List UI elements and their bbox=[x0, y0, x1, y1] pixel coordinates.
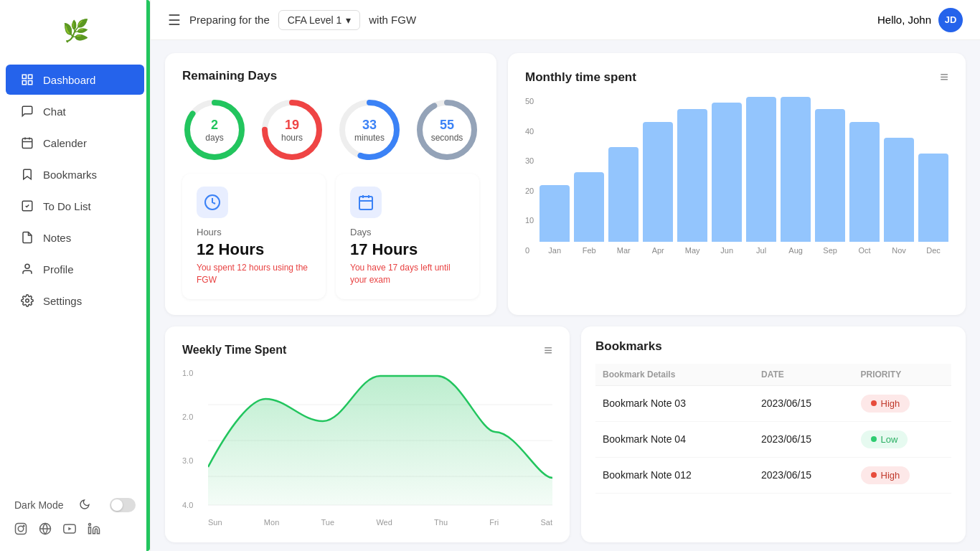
sidebar-nav: Dashboard Chat Calender Bookmarks bbox=[0, 56, 150, 491]
topbar-suffix: with FGW bbox=[369, 14, 416, 26]
exam-selector[interactable]: CFA Level 1 ▾ bbox=[278, 10, 361, 30]
weekly-chart-card: Weekly Time Spent ≡ 4.0 3.0 2.0 1.0 bbox=[165, 326, 570, 542]
bookmark-name: Bookmark Note 03 bbox=[595, 385, 754, 421]
bar-group: Aug bbox=[781, 97, 811, 255]
svg-point-14 bbox=[23, 525, 24, 527]
priority-dot bbox=[871, 436, 877, 442]
sidebar-bottom: Dark Mode bbox=[0, 491, 150, 551]
col-bookmark-details: Bookmark Details bbox=[595, 364, 754, 386]
topbar-prefix: Preparing for the bbox=[189, 14, 270, 26]
bar-xlabel: Oct bbox=[859, 246, 871, 255]
logo: 🌿 bbox=[0, 0, 150, 56]
monthly-chart-title: Monthly time spent bbox=[525, 70, 636, 85]
hours-stat-value: 12 Hours bbox=[197, 240, 311, 259]
bar-group: Dec bbox=[918, 97, 948, 255]
circle-wrap: 19 hours bbox=[260, 98, 324, 162]
table-row: Bookmark Note 0122023/06/15High bbox=[595, 457, 951, 493]
priority-badge: Low bbox=[861, 430, 908, 448]
chart-menu-icon[interactable]: ≡ bbox=[940, 69, 948, 85]
svg-point-10 bbox=[25, 264, 29, 268]
sidebar-item-todo[interactable]: To Do List bbox=[6, 191, 144, 221]
bottom-row: Weekly Time Spent ≡ 4.0 3.0 2.0 1.0 bbox=[165, 326, 966, 542]
bar bbox=[643, 122, 673, 242]
svg-rect-18 bbox=[89, 527, 91, 534]
dark-mode-toggle[interactable] bbox=[110, 498, 136, 512]
bar-group: May bbox=[677, 97, 707, 255]
bar-group: Feb bbox=[574, 97, 604, 255]
stat-card-hours: Hours 12 Hours You spent 12 hours using … bbox=[182, 174, 326, 299]
topbar-left: ☰ Preparing for the CFA Level 1 ▾ with F… bbox=[168, 10, 416, 30]
svg-marker-17 bbox=[68, 527, 71, 531]
sidebar-item-settings[interactable]: Settings bbox=[6, 286, 144, 316]
bar bbox=[849, 122, 880, 242]
bookmark-date: 2023/06/15 bbox=[754, 421, 854, 457]
sidebar-item-label: Settings bbox=[43, 295, 82, 307]
svg-point-19 bbox=[89, 524, 91, 526]
bar-xlabel: Sep bbox=[823, 246, 837, 255]
svg-rect-12 bbox=[16, 524, 27, 534]
moon-icon bbox=[79, 499, 90, 512]
svg-rect-4 bbox=[29, 81, 32, 85]
top-row: Remaining Days 2 days bbox=[165, 53, 966, 315]
topbar-right: Hello, John JD bbox=[877, 8, 963, 32]
dark-mode-label: Dark Mode bbox=[14, 499, 63, 511]
bookmark-priority: Low bbox=[854, 421, 951, 457]
hours-value: 19 bbox=[281, 118, 303, 133]
bar-group: Nov bbox=[884, 97, 914, 255]
monthly-chart-card: Monthly time spent ≡ 0 10 20 30 40 50 Ja… bbox=[508, 53, 966, 315]
bar-xlabel: May bbox=[685, 246, 700, 255]
bookmark-table: Bookmark Details DATE PRIORITY Bookmark … bbox=[595, 364, 951, 494]
sidebar-item-bookmarks[interactable]: Bookmarks bbox=[6, 159, 144, 189]
bar bbox=[918, 154, 948, 242]
chart-header: Monthly time spent ≡ bbox=[525, 69, 948, 85]
sidebar-item-profile[interactable]: Profile bbox=[6, 254, 144, 284]
linkedin-icon[interactable] bbox=[88, 522, 102, 537]
weekly-chart-menu-icon[interactable]: ≡ bbox=[544, 342, 552, 359]
instagram-icon[interactable] bbox=[14, 522, 29, 537]
bar-xlabel: Jul bbox=[756, 246, 766, 255]
days-stat-label: Days bbox=[350, 227, 465, 237]
svg-rect-3 bbox=[22, 81, 26, 85]
bookmarks-title: Bookmarks bbox=[595, 339, 951, 354]
menu-icon[interactable]: ☰ bbox=[168, 11, 181, 29]
days-label: days bbox=[205, 133, 223, 143]
bar bbox=[781, 97, 811, 242]
hours-stat-label: Hours bbox=[197, 227, 311, 237]
table-row: Bookmark Note 032023/06/15High bbox=[595, 385, 951, 421]
greeting-text: Hello, John bbox=[877, 14, 931, 26]
bookmark-rows: Bookmark Note 032023/06/15HighBookmark N… bbox=[595, 385, 951, 493]
seconds-value: 55 bbox=[431, 118, 463, 133]
globe-icon[interactable] bbox=[39, 522, 53, 537]
bookmark-name: Bookmark Note 04 bbox=[595, 421, 754, 457]
sidebar-item-dashboard[interactable]: Dashboard bbox=[6, 65, 144, 95]
sidebar-item-calendar[interactable]: Calender bbox=[6, 128, 144, 158]
bookmark-priority: High bbox=[854, 385, 951, 421]
remaining-days-card: Remaining Days 2 days bbox=[165, 53, 496, 315]
sidebar-item-label: Calender bbox=[43, 137, 87, 149]
col-date: DATE bbox=[754, 364, 854, 386]
table-row: Bookmark Note 042023/06/15Low bbox=[595, 421, 951, 457]
priority-badge: High bbox=[861, 395, 910, 413]
remaining-days-title: Remaining Days bbox=[182, 69, 479, 83]
svg-rect-5 bbox=[22, 138, 32, 149]
hours-stat-sub: You spent 12 hours using the FGW bbox=[197, 262, 311, 286]
priority-badge: High bbox=[861, 466, 910, 484]
days-stat-sub: You have 17 days left until your exam bbox=[350, 262, 465, 286]
bar-group: Jan bbox=[540, 97, 570, 255]
bar-xlabel: Nov bbox=[892, 246, 906, 255]
bar bbox=[677, 109, 707, 242]
bar-xlabel: Aug bbox=[788, 246, 803, 255]
bookmark-date: 2023/06/15 bbox=[754, 457, 854, 493]
settings-icon bbox=[20, 293, 34, 308]
avatar: JD bbox=[938, 8, 963, 32]
chart-yaxis: 0 10 20 30 40 50 bbox=[525, 97, 540, 255]
sidebar-item-chat[interactable]: Chat bbox=[6, 96, 144, 126]
area-chart-ylabels: 4.0 3.0 2.0 1.0 bbox=[182, 369, 205, 512]
chat-icon bbox=[20, 104, 34, 118]
sidebar-item-notes[interactable]: Notes bbox=[6, 222, 144, 253]
svg-point-13 bbox=[18, 526, 24, 532]
chevron-down-icon: ▾ bbox=[346, 14, 351, 26]
bar bbox=[608, 147, 639, 242]
circle-wrap: 2 days bbox=[182, 98, 247, 162]
youtube-icon[interactable] bbox=[63, 522, 77, 537]
